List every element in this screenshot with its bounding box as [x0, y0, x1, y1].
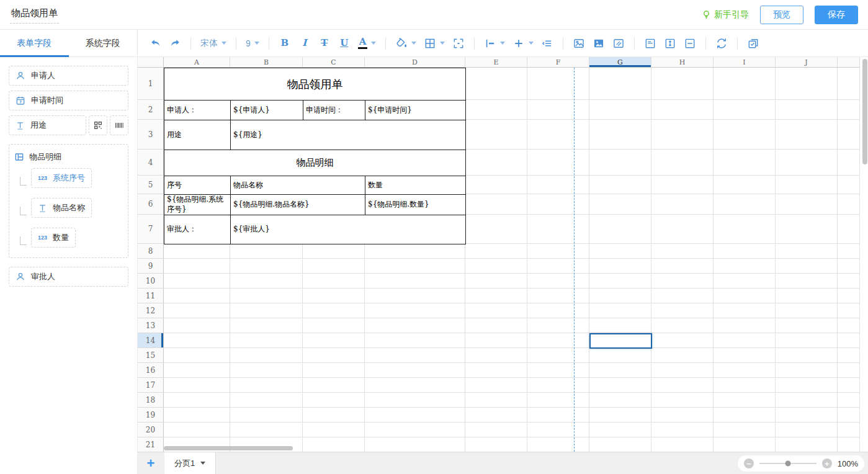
row-header-9[interactable]: 9: [138, 259, 164, 274]
column-header-d[interactable]: D: [365, 57, 465, 68]
row-header-12[interactable]: 12: [138, 303, 164, 318]
cell-r6c1[interactable]: ${物品明细.系统序号}: [164, 194, 231, 215]
row-header-1[interactable]: 1: [138, 68, 164, 100]
font-size-select[interactable]: 9: [242, 38, 263, 48]
row-header-10[interactable]: 10: [138, 274, 164, 288]
row-header-14[interactable]: 14: [138, 333, 164, 348]
zoom-out-button[interactable]: −: [744, 458, 754, 468]
row-header-20[interactable]: 20: [138, 423, 164, 437]
insert-button[interactable]: [511, 35, 535, 52]
beginner-guide-link[interactable]: 新手引导: [702, 9, 749, 20]
preview-button[interactable]: 预览: [760, 6, 803, 24]
field-serial-number[interactable]: 123 系统序号: [31, 168, 92, 188]
row-height-button[interactable]: [662, 35, 678, 52]
image-filled-button[interactable]: [591, 35, 607, 52]
cell-r4c1[interactable]: 物品明细: [164, 150, 466, 176]
field-purpose[interactable]: 用途: [9, 115, 86, 135]
sheet-tab[interactable]: 分页1: [164, 452, 216, 474]
cell-r7c1[interactable]: 审批人：: [164, 215, 231, 244]
barcode-button[interactable]: [110, 115, 128, 135]
cell-r2c4[interactable]: ${申请时间}: [365, 100, 466, 120]
row-header-13[interactable]: 13: [138, 318, 164, 333]
fill-color-button[interactable]: [393, 35, 418, 52]
qrcode-button[interactable]: [89, 115, 107, 135]
row-header-8[interactable]: 8: [138, 244, 164, 259]
divider-box-button[interactable]: [682, 35, 698, 52]
horizontal-scrollbar[interactable]: [164, 446, 293, 450]
save-button[interactable]: 保存: [815, 6, 858, 24]
borders-button[interactable]: [422, 35, 447, 52]
field-approver[interactable]: 审批人: [9, 267, 128, 287]
field-apply-time[interactable]: 申请时间: [9, 91, 128, 110]
cell-r3c1[interactable]: 用途: [164, 120, 231, 150]
field-item-name[interactable]: 物品名称: [31, 198, 92, 218]
column-header-i[interactable]: I: [714, 57, 776, 68]
cell-r2c2[interactable]: ${申请人}: [230, 100, 303, 120]
row-header-21[interactable]: 21: [138, 437, 164, 452]
column-header-b[interactable]: B: [230, 57, 303, 68]
italic-button[interactable]: I: [297, 35, 313, 52]
redo-button[interactable]: [167, 35, 183, 52]
grid-line-h: [164, 362, 860, 363]
cell-r1c1[interactable]: 物品领用单: [164, 68, 466, 101]
row-header-6[interactable]: 6: [138, 194, 164, 215]
cell-r6c4[interactable]: ${物品明细.数量}: [365, 194, 466, 215]
row-header-17[interactable]: 17: [138, 378, 164, 393]
cell-r5c2[interactable]: 物品名称: [230, 176, 365, 195]
strikethrough-button[interactable]: T: [316, 35, 333, 52]
tab-form-fields[interactable]: 表单字段: [0, 30, 69, 56]
insert-image-button[interactable]: [571, 35, 587, 52]
vertical-scrollbar[interactable]: [862, 59, 867, 164]
underline-icon: U: [340, 38, 348, 48]
field-label: 审批人: [31, 271, 55, 282]
row-header-2[interactable]: 2: [138, 100, 164, 120]
undo-button[interactable]: [147, 35, 163, 52]
cell-r3c2[interactable]: ${用途}: [230, 120, 466, 150]
cell-r2c3[interactable]: 申请时间：: [303, 100, 365, 120]
row-header-3[interactable]: 3: [138, 120, 164, 150]
field-quantity[interactable]: 123 数量: [31, 228, 76, 248]
grid-line-h: [164, 303, 860, 303]
column-header-g[interactable]: G: [589, 57, 651, 68]
cell-r7c2[interactable]: ${审批人}: [230, 215, 466, 244]
row-list-button[interactable]: [539, 35, 555, 52]
copy-check-button[interactable]: [745, 35, 761, 52]
row-header-18[interactable]: 18: [138, 393, 164, 408]
cell-r5c4[interactable]: 数量: [365, 176, 466, 195]
column-header-f[interactable]: F: [527, 57, 589, 68]
row-header-11[interactable]: 11: [138, 288, 164, 303]
zoom-slider[interactable]: [759, 463, 817, 464]
column-header-c[interactable]: C: [303, 57, 365, 68]
column-header-a[interactable]: A: [164, 57, 230, 68]
align-button[interactable]: [482, 35, 507, 52]
cell-r2c1[interactable]: 申请人：: [164, 100, 231, 120]
watermark-button[interactable]: [611, 35, 627, 52]
font-family-select[interactable]: 宋体: [197, 38, 230, 49]
cell-r6c2[interactable]: ${物品明细.物品名称}: [230, 194, 365, 215]
refresh-button[interactable]: [714, 35, 730, 52]
row-header-16[interactable]: 16: [138, 363, 164, 378]
tab-system-fields[interactable]: 系统字段: [69, 30, 138, 56]
page-title[interactable]: 物品领用单: [10, 6, 59, 24]
row-header-5[interactable]: 5: [138, 176, 164, 194]
row-header-19[interactable]: 19: [138, 408, 164, 423]
text-box-button[interactable]: [642, 35, 658, 52]
add-sheet-button[interactable]: +: [138, 457, 164, 470]
underline-button[interactable]: U: [336, 35, 352, 52]
field-applicant[interactable]: 申请人: [9, 66, 128, 86]
cell-r5c1[interactable]: 序号: [164, 176, 231, 195]
group-header-detail[interactable]: 物品明细: [14, 150, 123, 164]
zoom-slider-handle[interactable]: [785, 461, 790, 467]
row-header-7[interactable]: 7: [138, 215, 164, 244]
merge-cells-button[interactable]: [450, 35, 467, 52]
column-header-extra[interactable]: [838, 57, 860, 68]
bold-button[interactable]: B: [277, 35, 293, 52]
column-header-h[interactable]: H: [651, 57, 714, 68]
font-color-button[interactable]: A: [356, 35, 378, 52]
column-header-j[interactable]: J: [776, 57, 838, 68]
column-header-e[interactable]: E: [465, 57, 527, 68]
row-header-15[interactable]: 15: [138, 348, 164, 363]
sheet-corner[interactable]: [138, 57, 164, 68]
row-header-4[interactable]: 4: [138, 150, 164, 176]
zoom-in-button[interactable]: +: [822, 458, 832, 468]
